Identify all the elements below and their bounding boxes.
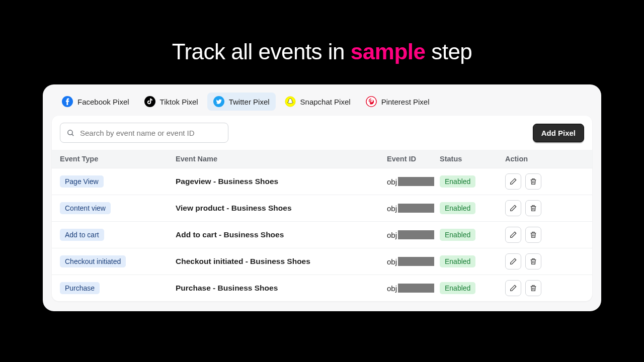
col-event-name: Event Name (176, 155, 387, 163)
delete-button[interactable] (525, 200, 541, 216)
redacted-id (398, 230, 434, 239)
events-card: Add Pixel Event Type Event Name Event ID… (52, 116, 592, 301)
search-icon (66, 129, 75, 137)
table-row: Page ViewPageview - Business ShoesobjEna… (52, 168, 592, 195)
pencil-icon (509, 177, 517, 186)
event-id: obj (387, 204, 440, 213)
headline-accent: sample (351, 39, 426, 64)
svg-point-1 (144, 96, 155, 107)
tab-label: Pinterest Pixel (381, 98, 430, 106)
tab-snapchat-pixel[interactable]: Snapchat Pixel (279, 93, 357, 111)
redacted-id (398, 177, 434, 186)
page-headline: Track all events in sample step (0, 0, 644, 64)
table-header: Event Type Event Name Event ID Status Ac… (52, 150, 592, 168)
pixel-tabbar: Facebook Pixel Tiktok Pixel Twitter Pixe… (52, 92, 592, 116)
tab-pinterest-pixel[interactable]: Pinterest Pixel (360, 93, 436, 111)
card-toolbar: Add Pixel (52, 116, 592, 150)
event-id: obj (387, 230, 440, 239)
col-status: Status (440, 155, 505, 163)
edit-button[interactable] (505, 280, 521, 296)
table-row: Checkout initiatedCheckout initiated - B… (52, 248, 592, 275)
status-badge: Enabled (440, 202, 475, 214)
trash-icon (529, 231, 537, 239)
add-pixel-button[interactable]: Add Pixel (533, 124, 584, 142)
table-body: Page ViewPageview - Business ShoesobjEna… (52, 168, 592, 301)
redacted-id (398, 204, 434, 213)
table-row: Content viewView product - Business Shoe… (52, 195, 592, 221)
tiktok-icon (144, 96, 155, 107)
edit-button[interactable] (505, 227, 521, 243)
event-id: obj (387, 257, 440, 266)
pencil-icon (509, 204, 517, 212)
event-name: Purchase - Business Shoes (176, 284, 387, 293)
event-id: obj (387, 284, 440, 293)
pixel-panel: Facebook Pixel Tiktok Pixel Twitter Pixe… (43, 84, 601, 311)
trash-icon (529, 204, 537, 212)
delete-button[interactable] (525, 280, 541, 296)
delete-button[interactable] (525, 227, 541, 243)
event-name: View product - Business Shoes (176, 204, 387, 213)
svg-point-4 (366, 97, 376, 107)
edit-button[interactable] (505, 200, 521, 216)
table-row: PurchasePurchase - Business ShoesobjEnab… (52, 275, 592, 301)
tab-label: Facebook Pixel (77, 98, 129, 106)
pinterest-icon (366, 96, 377, 107)
search-input[interactable] (80, 129, 222, 137)
delete-button[interactable] (525, 173, 541, 190)
event-type-chip: Purchase (60, 282, 100, 294)
redacted-id (398, 257, 434, 266)
twitter-icon (213, 96, 224, 107)
tab-label: Tiktok Pixel (160, 98, 198, 106)
pencil-icon (509, 231, 517, 239)
tab-label: Snapchat Pixel (300, 98, 351, 106)
event-id: obj (387, 177, 440, 186)
event-type-chip: Checkout initiated (60, 255, 126, 267)
col-event-id: Event ID (387, 155, 440, 163)
svg-point-5 (68, 130, 72, 134)
pencil-icon (509, 257, 517, 265)
tab-twitter-pixel[interactable]: Twitter Pixel (207, 93, 276, 111)
redacted-id (398, 284, 434, 293)
trash-icon (529, 257, 537, 265)
tab-facebook-pixel[interactable]: Facebook Pixel (56, 93, 135, 111)
status-badge: Enabled (440, 255, 475, 267)
event-type-chip: Content view (60, 202, 111, 214)
svg-line-6 (72, 134, 73, 135)
facebook-icon (62, 96, 73, 107)
snapchat-icon (285, 96, 296, 107)
tab-tiktok-pixel[interactable]: Tiktok Pixel (138, 93, 204, 111)
edit-button[interactable] (505, 253, 521, 269)
col-event-type: Event Type (60, 155, 176, 163)
status-badge: Enabled (440, 175, 475, 188)
status-badge: Enabled (440, 229, 475, 241)
trash-icon (529, 284, 537, 292)
pencil-icon (509, 284, 517, 292)
status-badge: Enabled (440, 282, 475, 294)
event-name: Checkout initiated - Business Shoes (176, 257, 387, 266)
delete-button[interactable] (525, 253, 541, 269)
headline-pre: Track all events in (172, 39, 351, 64)
search-input-wrapper[interactable] (60, 123, 228, 143)
event-type-chip: Page View (60, 175, 104, 188)
table-row: Add to cartAdd to cart - Business Shoeso… (52, 221, 592, 248)
tab-label: Twitter Pixel (229, 98, 270, 106)
event-type-chip: Add to cart (60, 229, 104, 241)
trash-icon (529, 177, 537, 186)
edit-button[interactable] (505, 173, 521, 190)
headline-post: step (425, 39, 472, 64)
col-action: Action (505, 155, 584, 163)
event-name: Pageview - Business Shoes (176, 177, 387, 186)
event-name: Add to cart - Business Shoes (176, 230, 387, 239)
